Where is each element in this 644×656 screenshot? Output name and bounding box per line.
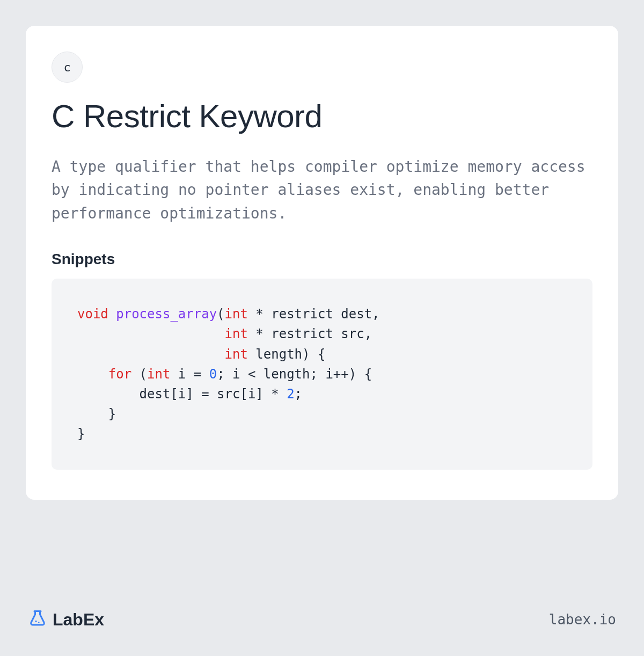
code-snippet: void process_array(int * restrict dest, … [52, 279, 592, 470]
brand-logo: LabEx [28, 609, 104, 630]
site-url: labex.io [549, 611, 616, 628]
language-badge: c [52, 52, 83, 83]
svg-point-1 [35, 621, 37, 622]
svg-point-2 [38, 622, 39, 623]
language-badge-letter: c [63, 61, 70, 74]
page-title: C Restrict Keyword [52, 98, 592, 135]
flask-icon [28, 609, 47, 630]
content-card: c C Restrict Keyword A type qualifier th… [26, 26, 618, 500]
description-text: A type qualifier that helps compiler opt… [52, 155, 592, 225]
brand-name: LabEx [53, 610, 104, 630]
footer: LabEx labex.io [26, 594, 618, 630]
snippets-heading: Snippets [52, 251, 592, 268]
